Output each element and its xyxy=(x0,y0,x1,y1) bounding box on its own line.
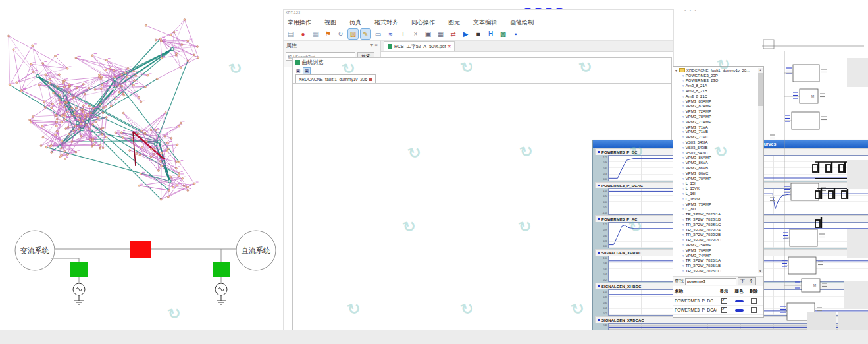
tree-signal-item[interactable]: ≈L_15VK xyxy=(673,186,757,191)
pencil-icon[interactable]: ✎ xyxy=(361,29,370,39)
viewer-tool-icon-1[interactable]: ▣ xyxy=(295,68,301,74)
tree-signal-item[interactable]: ≈TR_3P2W_7028I1B xyxy=(673,217,757,222)
waveform-icon: ≈ xyxy=(682,94,684,98)
finder-label: 查找 xyxy=(675,278,684,285)
waveform-icon: ≈ xyxy=(682,151,684,155)
tree-signal-item[interactable]: ≈VPM3_71AMP xyxy=(673,119,757,125)
sync-icon[interactable]: ⇄ xyxy=(448,29,458,39)
document-tab[interactable]: RCS_工字52_A_50%.pdf × xyxy=(384,41,455,51)
curve-icon[interactable]: ≈ xyxy=(386,29,396,39)
y-axis-labels: 1.00.50.0-0.5-1.0 xyxy=(595,188,608,215)
tree-signal-item[interactable]: ≈VS03_543IB xyxy=(673,145,757,150)
waveform-icon: ≈ xyxy=(682,166,684,170)
play-icon[interactable]: ▶ xyxy=(461,29,471,39)
tree-signal-item[interactable]: ≈VPM3_71VB xyxy=(673,130,757,135)
subplot-title: SIGNALGEN_XRDCAC xyxy=(601,318,644,322)
tree-signal-item[interactable]: ≈C_8U xyxy=(673,207,757,212)
folder-icon[interactable]: ▦ xyxy=(311,29,320,39)
tree-signal-item[interactable]: ≈VPM3_73AMP xyxy=(673,202,757,207)
document-tab-close-icon[interactable]: × xyxy=(448,43,451,49)
waveform-icon: ≈ xyxy=(682,238,684,242)
tree-signal-item[interactable]: ≈L_15I xyxy=(673,181,757,186)
tree-signal-item[interactable]: ≈VPM3_78AMP xyxy=(673,114,757,119)
undo-icon[interactable]: ↻ xyxy=(336,29,345,39)
tree-signal-item[interactable]: ≈VPM3_86VB xyxy=(673,165,757,171)
tree-signal-item[interactable]: ≈POWERME3_23P xyxy=(673,73,757,78)
tree-signal-item[interactable]: ≈VPM3_86VA xyxy=(673,160,757,165)
menu-item-5[interactable]: 图元 xyxy=(446,18,462,27)
save-icon[interactable]: H xyxy=(486,29,496,39)
curve-viewer-window: 曲线浏览 ▣ ▣ XRDCACNE_fault:1_dummy1v_206 Cu… xyxy=(292,57,672,330)
palette-icon[interactable]: ▨ xyxy=(348,29,358,39)
menu-item-0[interactable]: 常用操作 xyxy=(286,18,313,27)
menu-item-6[interactable]: 文本编辑 xyxy=(471,18,499,27)
tree-signal-item[interactable]: ≈VPM3_75AMP xyxy=(673,243,757,248)
remove-checkbox[interactable] xyxy=(751,298,757,304)
tree-signal-item[interactable]: ≈Am3_8_21A xyxy=(673,83,757,88)
flag-icon[interactable]: ⚑ xyxy=(323,29,333,39)
tree-signal-item[interactable]: ≈TR_3P2W_7028I1C xyxy=(673,222,757,227)
printer-icon[interactable]: ▣ xyxy=(423,29,433,39)
move-icon[interactable]: + xyxy=(398,29,408,39)
finder-input[interactable] xyxy=(685,278,736,285)
menu-item-1[interactable]: 视图 xyxy=(322,18,338,27)
tree-signal-item[interactable]: ≈TR_3P2W_7023I2C xyxy=(673,237,757,243)
tree-signal-item[interactable]: ≈L_16I xyxy=(673,191,757,196)
tree-signal-item[interactable]: ≈POWERME3_23Q xyxy=(673,78,757,84)
tree-signal-item[interactable]: ≈VPM3_74AMP xyxy=(673,253,757,258)
show-checkbox[interactable] xyxy=(721,298,727,304)
waveform-icon: ≈ xyxy=(682,78,684,82)
tree-signal-item[interactable]: ≈VS03_543IA xyxy=(673,140,757,145)
tree-signal-item[interactable]: ≈TR_3P2W_7026I1A xyxy=(673,258,757,263)
tree-signal-item[interactable]: ≈VPM3_86VC xyxy=(673,171,757,176)
tree-signal-item[interactable]: ≈VPM3_87AMP xyxy=(673,104,757,109)
stop-icon[interactable]: ■ xyxy=(473,29,483,39)
menu-item-7[interactable]: 画笔绘制 xyxy=(508,18,536,27)
copy-icon[interactable]: ▤ xyxy=(286,29,295,39)
series-color-dot xyxy=(598,285,600,287)
viewer-tab-close-icon[interactable] xyxy=(369,78,372,81)
tree-signal-item[interactable]: ≈VPM3_71VA xyxy=(673,125,757,130)
frame-icon[interactable]: ▭ xyxy=(373,29,383,39)
tree-signal-item[interactable]: ≈TR_3P2W_7023I2B xyxy=(673,233,757,238)
tree-signal-item[interactable]: ≈Am3_8_21C xyxy=(673,94,757,99)
mini-icon[interactable]: ▪ xyxy=(511,29,521,39)
grid-icon[interactable]: ▦ xyxy=(436,29,446,39)
tree-signal-item[interactable]: ≈VPM3_86AMP xyxy=(673,156,757,161)
record-icon[interactable]: ● xyxy=(298,29,308,39)
tree-signal-item[interactable]: ≈Am3_8_21B xyxy=(673,88,757,94)
color-swatch[interactable] xyxy=(735,300,744,302)
tree-signal-item[interactable]: ≈VPM3_71VC xyxy=(673,134,757,140)
viewer-tab[interactable]: XRDCACNE_fault:1_dummy1v_206 xyxy=(295,74,376,83)
finder-next-button[interactable]: 下一个 xyxy=(738,277,756,285)
tree-signal-item[interactable]: ≈TR_3P2W_7026I1B xyxy=(673,263,757,268)
show-checkbox[interactable] xyxy=(721,307,727,313)
menu-item-2[interactable]: 仿真 xyxy=(347,18,363,27)
panel-corner-buttons[interactable]: ▾ × xyxy=(370,42,378,49)
app-window: KRT.123 常用操作视图仿真格式对齐同心操作图元文本编辑画笔绘制 ▤●▦⚑↻… xyxy=(283,9,674,331)
tree-signal-item[interactable]: ≈VPM3_70AMP xyxy=(673,176,757,181)
viewer-tool-icon-2[interactable]: ▣ xyxy=(303,68,310,74)
color-swatch[interactable] xyxy=(735,309,744,312)
tree-signal-item[interactable]: ≈TR_3P2W_7028I1A xyxy=(673,212,757,217)
tree-signal-item[interactable]: ≈L_16VM xyxy=(673,196,757,202)
tree-signal-item[interactable]: ≈VPM3_83AMP xyxy=(673,99,757,104)
remove-checkbox[interactable] xyxy=(751,307,757,313)
film-icon[interactable]: ▩ xyxy=(498,29,508,39)
cut-icon[interactable]: × xyxy=(411,29,421,39)
svg-text:交流系统: 交流系统 xyxy=(20,246,49,254)
tree-signal-item[interactable]: ≈VPM3_72AMP xyxy=(673,109,757,114)
tree-signal-item[interactable]: ≈VS03_543IC xyxy=(673,150,757,156)
waveform-icon: ≈ xyxy=(682,84,684,88)
finder-row: 查找 下一个 xyxy=(673,276,763,286)
subplot-title: SIGNALGEN_XHBDC xyxy=(601,285,641,289)
tree-signal-item[interactable]: ≈TR_3P2W_7023I2A xyxy=(673,227,757,233)
menu-item-4[interactable]: 同心操作 xyxy=(409,18,437,27)
tree-signal-item[interactable]: ≈TR_3P2W_7026I1C xyxy=(673,268,757,273)
waveform-icon: ≈ xyxy=(682,228,684,232)
gray-block xyxy=(838,312,868,330)
menu-item-3[interactable]: 格式对齐 xyxy=(372,18,400,27)
tree-root[interactable]: ▼XRDCACNE_fault1_dummy1v_20... xyxy=(673,68,757,73)
waveform-icon: ≈ xyxy=(682,100,684,103)
tree-signal-item[interactable]: ≈VPM3_76AMP xyxy=(673,248,757,253)
